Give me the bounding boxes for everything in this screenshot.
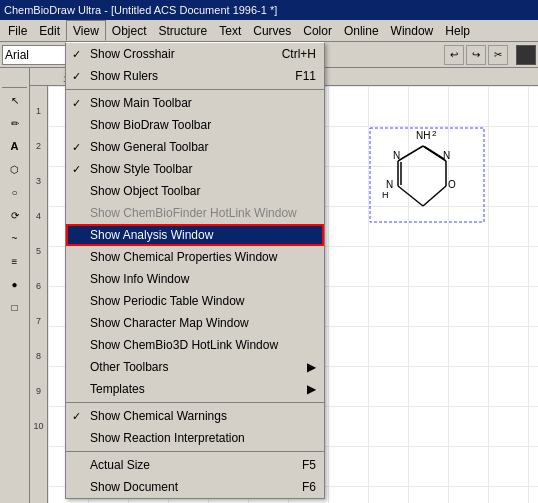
label-style-toolbar: Show Style Toolbar (90, 162, 193, 176)
scissors-btn[interactable]: ✂ (488, 45, 508, 65)
menu-file[interactable]: File (2, 20, 33, 41)
undo-btn[interactable]: ↩ (444, 45, 464, 65)
menu-online[interactable]: Online (338, 20, 385, 41)
menu-view-chemical-properties[interactable]: Show Chemical Properties Window (66, 246, 324, 268)
menu-view-object-toolbar[interactable]: Show Object Toolbar (66, 180, 324, 202)
menu-text[interactable]: Text (213, 20, 247, 41)
tool-select[interactable]: ↖ (3, 89, 27, 111)
svg-text:H: H (382, 190, 389, 200)
ruler-v-8: 8 (36, 351, 41, 361)
molecule-svg: N N N H O NH 2 (368, 126, 488, 226)
label-templates: Templates (90, 382, 145, 396)
label-info-window: Show Info Window (90, 272, 189, 286)
tool-ring2[interactable]: ○ (3, 181, 27, 203)
svg-rect-0 (370, 128, 484, 222)
checkmark-style-toolbar: ✓ (72, 163, 81, 176)
view-dropdown: ✓Show CrosshairCtrl+H✓Show RulersF11✓Sho… (65, 42, 325, 499)
menu-view-info-window[interactable]: Show Info Window (66, 268, 324, 290)
menu-view-templates[interactable]: Templates▶ (66, 378, 324, 400)
ruler-v-7: 7 (36, 316, 41, 326)
label-biodraw-toolbar: Show BioDraw Toolbar (90, 118, 211, 132)
checkmark-main-toolbar: ✓ (72, 97, 81, 110)
separator-17 (66, 402, 324, 403)
menu-view-periodic-table[interactable]: Show Periodic Table Window (66, 290, 324, 312)
label-rulers: Show Rulers (90, 69, 158, 83)
title-bar: ChemBioDraw Ultra - [Untitled ACS Docume… (0, 0, 538, 20)
menu-view-chembio3d-hotlink[interactable]: Show ChemBio3D HotLink Window (66, 334, 324, 356)
ruler-corner (2, 70, 27, 88)
menu-view-biodraw-toolbar[interactable]: Show BioDraw Toolbar (66, 114, 324, 136)
ruler-v-5: 5 (36, 246, 41, 256)
redo-btn[interactable]: ↪ (466, 45, 486, 65)
ruler-v-10: 10 (33, 421, 43, 431)
label-other-toolbars: Other Toolbars (90, 360, 169, 374)
shortcut-show-document: F6 (282, 480, 316, 494)
label-general-toolbar: Show General Toolbar (90, 140, 209, 154)
label-character-map: Show Character Map Window (90, 316, 249, 330)
title-text: ChemBioDraw Ultra - [Untitled ACS Docume… (4, 4, 277, 16)
menu-color[interactable]: Color (297, 20, 338, 41)
tool-rotate[interactable]: ⟳ (3, 204, 27, 226)
label-main-toolbar: Show Main Toolbar (90, 96, 192, 110)
menu-view[interactable]: View (66, 20, 106, 41)
label-chemical-warnings: Show Chemical Warnings (90, 409, 227, 423)
tool-text[interactable]: A (3, 135, 27, 157)
label-crosshair: Show Crosshair (90, 47, 175, 61)
menu-help[interactable]: Help (439, 20, 476, 41)
ruler-v-3: 3 (36, 176, 41, 186)
svg-text:N: N (393, 150, 400, 161)
svg-text:2: 2 (432, 129, 437, 138)
menu-view-general-toolbar[interactable]: ✓Show General Toolbar (66, 136, 324, 158)
ruler-v-9: 9 (36, 386, 41, 396)
tool-pencil[interactable]: ✏ (3, 112, 27, 134)
menu-view-style-toolbar[interactable]: ✓Show Style Toolbar (66, 158, 324, 180)
menu-view-analysis-window[interactable]: Show Analysis Window (66, 224, 324, 246)
tool-chain[interactable]: ~ (3, 227, 27, 249)
menu-view-show-document[interactable]: Show DocumentF6 (66, 476, 324, 498)
shortcut-rulers: F11 (275, 69, 316, 83)
tool-circle[interactable]: ● (3, 273, 27, 295)
menu-view-reaction-interpretation[interactable]: Show Reaction Interpretation (66, 427, 324, 449)
ruler-v-1: 1 (36, 106, 41, 116)
svg-text:NH: NH (416, 130, 430, 141)
menu-view-character-map[interactable]: Show Character Map Window (66, 312, 324, 334)
menu-view-crosshair[interactable]: ✓Show CrosshairCtrl+H (66, 43, 324, 65)
menu-curves[interactable]: Curves (247, 20, 297, 41)
menu-edit[interactable]: Edit (33, 20, 66, 41)
svg-line-8 (425, 147, 444, 159)
menu-structure[interactable]: Structure (153, 20, 214, 41)
menu-window[interactable]: Window (385, 20, 440, 41)
tool-bond[interactable]: ≡ (3, 250, 27, 272)
label-periodic-table: Show Periodic Table Window (90, 294, 245, 308)
ruler-left: 1 2 3 4 5 6 7 8 9 10 (30, 86, 48, 503)
label-chembiofinder-hotlink: Show ChemBioFinder HotLink Window (90, 206, 297, 220)
menu-view-chembiofinder-hotlink[interactable]: Show ChemBioFinder HotLink Window (66, 202, 324, 224)
ruler-v-6: 6 (36, 281, 41, 291)
label-reaction-interpretation: Show Reaction Interpretation (90, 431, 245, 445)
shortcut-actual-size: F5 (282, 458, 316, 472)
svg-line-1 (398, 186, 423, 206)
separator-2 (66, 89, 324, 90)
checkmark-chemical-warnings: ✓ (72, 410, 81, 423)
label-actual-size: Actual Size (90, 458, 150, 472)
ruler-v-4: 4 (36, 211, 41, 221)
label-object-toolbar: Show Object Toolbar (90, 184, 201, 198)
left-toolbar: ↖ ✏ A ⬡ ○ ⟳ ~ ≡ ● □ (0, 68, 30, 503)
svg-line-6 (423, 186, 446, 206)
menu-view-main-toolbar[interactable]: ✓Show Main Toolbar (66, 92, 324, 114)
tool-ring1[interactable]: ⬡ (3, 158, 27, 180)
svg-text:O: O (448, 179, 456, 190)
label-show-document: Show Document (90, 480, 178, 494)
menu-view-rulers[interactable]: ✓Show RulersF11 (66, 65, 324, 87)
menu-view-chemical-warnings[interactable]: ✓Show Chemical Warnings (66, 405, 324, 427)
menu-object[interactable]: Object (106, 20, 153, 41)
checkmark-rulers: ✓ (72, 70, 81, 83)
menu-view-other-toolbars[interactable]: Other Toolbars▶ (66, 356, 324, 378)
menu-bar: File Edit View Object Structure Text Cur… (0, 20, 538, 42)
svg-text:N: N (386, 179, 393, 190)
label-chemical-properties: Show Chemical Properties Window (90, 250, 277, 264)
ruler-v-2: 2 (36, 141, 41, 151)
menu-view-actual-size[interactable]: Actual SizeF5 (66, 454, 324, 476)
tool-rect[interactable]: □ (3, 296, 27, 318)
svg-line-3 (398, 146, 423, 161)
